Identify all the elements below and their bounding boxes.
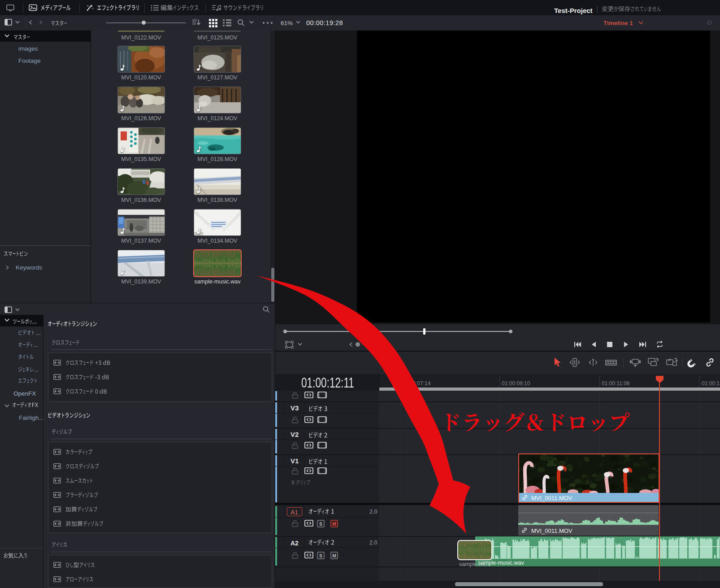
svg-text:M: M: [332, 521, 336, 527]
svg-text:M: M: [332, 553, 336, 558]
svg-text:S: S: [319, 521, 322, 527]
svg-text:S: S: [319, 553, 322, 558]
